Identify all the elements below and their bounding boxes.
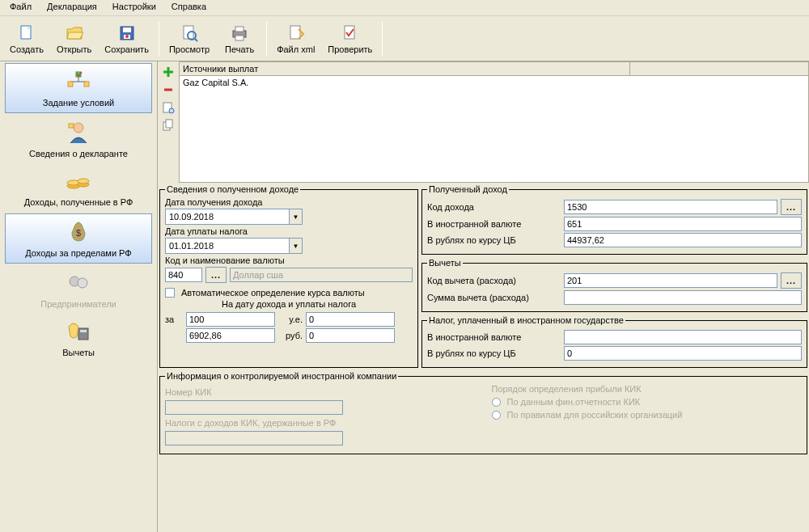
kik-taxes-input [165, 431, 343, 445]
conditions-icon [66, 69, 91, 95]
nav-deductions[interactable]: Вычеты [0, 314, 157, 362]
income-code-picker[interactable]: ... [781, 199, 802, 215]
date-tax-label: Дата уплаты налога [165, 226, 413, 236]
nav-label: Доходы за пределами РФ [25, 248, 131, 258]
check-icon [341, 23, 360, 43]
on-date-label: На дату дохода и уплаты налога [165, 299, 413, 309]
new-file-icon [17, 23, 36, 43]
ftax-rub-label: В рублях по курсу ЦБ [427, 348, 561, 358]
menu-file[interactable]: Файл [3, 0, 38, 13]
auto-rate-checkbox[interactable] [165, 288, 175, 298]
legend: Информация о контролируемой иностранной … [165, 371, 398, 381]
received-fc-input[interactable] [564, 217, 802, 231]
units-amount-input[interactable] [186, 312, 275, 327]
received-rub-input[interactable] [564, 233, 802, 247]
svg-rect-13 [235, 36, 244, 40]
open-button[interactable]: Открыть [50, 19, 98, 59]
units-zero-input[interactable] [306, 312, 395, 327]
deductions-fieldset: Вычеты Код вычета (расхода) ... Сумма вы… [421, 258, 807, 312]
toolbar: Создать Открыть Сохранить Просмотр Печат… [0, 16, 809, 61]
file-xml-button[interactable]: Файл xml [270, 19, 321, 59]
svg-text:$: $ [76, 228, 81, 238]
income-code-input[interactable] [564, 200, 777, 214]
svg-rect-19 [68, 82, 73, 87]
toolbar-separator [266, 21, 267, 57]
preview-icon [180, 23, 199, 43]
svg-rect-15 [345, 26, 354, 39]
chevron-down-icon[interactable]: ▼ [289, 239, 302, 253]
svg-point-7 [125, 35, 129, 38]
kik-taxes-label: Налоги с доходов КИК, удержанные в РФ [165, 418, 408, 428]
add-source-button[interactable] [161, 65, 176, 79]
svg-line-10 [194, 38, 197, 41]
preview-button[interactable]: Просмотр [163, 19, 216, 59]
nav-income-foreign[interactable]: $ Доходы за пределами РФ [5, 213, 152, 264]
create-button[interactable]: Создать [3, 19, 50, 59]
foreign-tax-fieldset: Налог, уплаченный в иностранном государс… [421, 315, 807, 368]
xml-file-icon [286, 23, 306, 43]
currency-label: Код и наименование валюты [165, 255, 413, 265]
menu-settings[interactable]: Настройки [106, 0, 163, 13]
print-button[interactable]: Печать [216, 19, 263, 59]
person-icon [66, 120, 91, 146]
svg-point-29 [78, 278, 87, 288]
open-folder-icon [65, 23, 84, 43]
nav-label: Вычеты [62, 348, 95, 357]
kik-radio-fin [492, 398, 501, 407]
kik-num-input [165, 400, 343, 415]
svg-rect-14 [290, 26, 300, 39]
za-label: за [165, 315, 183, 324]
deductions-icon [66, 319, 91, 344]
sources-header: Источники выплат [179, 61, 809, 76]
currency-picker-button[interactable]: ... [205, 267, 227, 283]
svg-point-21 [74, 123, 83, 133]
legend: Вычеты [427, 258, 463, 268]
deduct-sum-input[interactable] [564, 290, 802, 305]
sources-header-label: Источники выплат [183, 64, 258, 74]
deduct-code-input[interactable] [564, 273, 777, 288]
deduct-code-label: Код вычета (расхода) [427, 276, 561, 285]
ftax-rub-input[interactable] [564, 346, 802, 361]
rub-amount-input[interactable] [186, 328, 275, 343]
legend: Полученный доход [427, 184, 509, 194]
nav-declarant[interactable]: Сведения о декларанте [0, 115, 157, 163]
svg-rect-5 [123, 27, 131, 32]
received-fc-label: В иностранной валюте [427, 219, 561, 229]
deduct-sum-label: Сумма вычета (расхода) [427, 293, 561, 302]
currency-code-input[interactable] [165, 268, 202, 282]
menu-bar: Файл Декларация Настройки Справка [0, 0, 809, 16]
kik-order-label: Порядок определения прибыли КИК [492, 384, 803, 394]
save-button[interactable]: Сохранить [98, 19, 155, 59]
check-button[interactable]: Проверить [321, 19, 379, 59]
edit-source-button[interactable] [161, 100, 176, 115]
kik-fieldset: Информация о контролируемой иностранной … [159, 371, 807, 454]
menu-declaration[interactable]: Декларация [40, 0, 104, 13]
income-code-label: Код дохода [427, 202, 561, 212]
svg-rect-22 [69, 124, 74, 128]
legend: Сведения о полученном доходе [165, 184, 300, 194]
svg-rect-31 [80, 330, 87, 332]
date-received-label: Дата получения дохода [165, 197, 413, 207]
received-rub-label: В рублях по курсу ЦБ [427, 235, 561, 245]
coins-icon [66, 168, 91, 194]
date-tax-combo[interactable]: 01.01.2018 ▼ [165, 238, 303, 254]
ftax-fc-input[interactable] [564, 330, 802, 344]
nav-conditions[interactable]: Задание условий [5, 63, 152, 113]
deduct-code-picker[interactable]: ... [781, 272, 802, 289]
kik-num-label: Номер КИК [165, 387, 408, 397]
nav-entrepreneurs[interactable]: Предприниматели [0, 265, 157, 314]
nav-label: Сведения о декларанте [29, 149, 128, 158]
save-floppy-icon [117, 23, 137, 43]
chevron-down-icon[interactable]: ▼ [289, 209, 302, 224]
copy-source-button[interactable] [161, 118, 176, 133]
date-received-combo[interactable]: 10.09.2018 ▼ [165, 209, 303, 225]
menu-help[interactable]: Справка [165, 0, 213, 13]
received-income-fieldset: Полученный доход Код дохода ... В иностр… [421, 184, 807, 255]
remove-source-button[interactable] [161, 82, 176, 97]
nav-income-rf[interactable]: Доходы, полученные в РФ [0, 163, 157, 212]
rub-zero-input[interactable] [306, 328, 395, 343]
sources-list[interactable]: Gaz Capital S.A. [179, 76, 809, 183]
source-item[interactable]: Gaz Capital S.A. [183, 78, 805, 87]
svg-rect-12 [235, 27, 244, 32]
nav-label: Задание условий [43, 98, 114, 108]
